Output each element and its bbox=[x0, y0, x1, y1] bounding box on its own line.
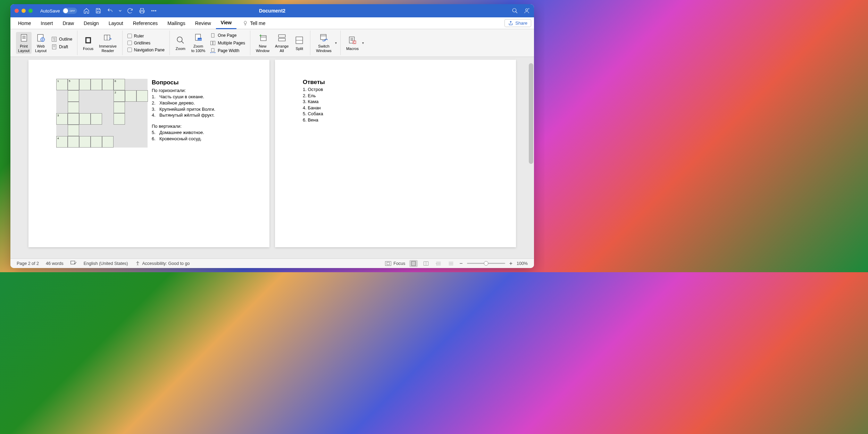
checkbox-icon bbox=[127, 48, 132, 52]
outline-button[interactable]: Outline bbox=[50, 36, 74, 43]
crossword-cell: 3 bbox=[56, 113, 68, 125]
arrange-all-button[interactable]: Arrange All bbox=[273, 32, 291, 54]
split-button[interactable]: Split bbox=[292, 34, 307, 52]
home-icon[interactable] bbox=[83, 8, 90, 14]
fullscreen-window[interactable] bbox=[28, 9, 33, 13]
quick-access bbox=[83, 8, 157, 14]
answer-item: 2. Ель bbox=[303, 93, 488, 99]
page-width-label: Page Width bbox=[218, 48, 239, 53]
toggle-knob bbox=[63, 8, 68, 13]
focus-mode[interactable]: Focus bbox=[385, 261, 405, 266]
crossword-cell bbox=[136, 90, 148, 102]
tab-mailings[interactable]: Mailings bbox=[162, 17, 190, 29]
zoom-button[interactable]: Zoom bbox=[173, 34, 188, 52]
switch-windows-icon bbox=[319, 33, 329, 43]
vertical-scrollbar[interactable] bbox=[529, 63, 533, 164]
titlebar-right bbox=[512, 8, 530, 14]
multi-page-button[interactable]: Multiple Pages bbox=[209, 40, 247, 47]
draft-button[interactable]: Draft bbox=[50, 43, 74, 50]
outline-icon bbox=[51, 36, 57, 42]
focus-button[interactable]: Focus bbox=[81, 34, 95, 52]
web-layout-view[interactable] bbox=[434, 260, 443, 267]
search-icon[interactable] bbox=[512, 8, 518, 14]
word-count[interactable]: 46 words bbox=[46, 261, 64, 266]
tell-me[interactable]: Tell me bbox=[238, 17, 270, 29]
share-label: Share bbox=[515, 20, 527, 26]
arrange-all-icon bbox=[277, 33, 287, 43]
autosave-state: OFF bbox=[69, 9, 75, 12]
page-width-button[interactable]: Page Width bbox=[209, 47, 247, 54]
svg-text:100: 100 bbox=[198, 39, 201, 41]
crossword-cell bbox=[102, 136, 114, 148]
save-icon[interactable] bbox=[95, 8, 101, 14]
gridlines-check[interactable]: Gridlines bbox=[126, 40, 166, 46]
split-label: Split bbox=[296, 47, 303, 51]
close-window[interactable] bbox=[15, 9, 19, 13]
across-heading: По горизонтали: bbox=[152, 87, 215, 94]
ruler-check[interactable]: Ruler bbox=[126, 33, 166, 39]
new-window-button[interactable]: New Window bbox=[254, 32, 272, 54]
web-layout-button[interactable]: Web Layout bbox=[33, 32, 49, 54]
answer-item: 6. Вена bbox=[303, 117, 488, 123]
redo-icon[interactable] bbox=[127, 8, 133, 14]
focus-icon bbox=[83, 35, 93, 45]
spellcheck-icon[interactable] bbox=[70, 260, 77, 266]
tab-references[interactable]: References bbox=[128, 17, 163, 29]
accessibility-status[interactable]: Accessibility: Good to go bbox=[135, 261, 190, 266]
macros-button[interactable]: Macros bbox=[344, 34, 361, 52]
svg-rect-45 bbox=[412, 261, 416, 266]
switch-windows-button[interactable]: Switch Windows bbox=[314, 32, 334, 54]
macros-label: Macros bbox=[346, 47, 359, 51]
minimize-window[interactable] bbox=[22, 9, 26, 13]
one-page-label: One Page bbox=[218, 33, 236, 38]
one-page-button[interactable]: One Page bbox=[209, 32, 247, 39]
immersive-reader-button[interactable]: Immersive Reader bbox=[97, 32, 119, 54]
zoom-100-label: Zoom to 100% bbox=[191, 44, 205, 53]
undo-icon[interactable] bbox=[107, 8, 113, 14]
read-mode-view[interactable] bbox=[422, 260, 430, 267]
tab-insert[interactable]: Insert bbox=[36, 17, 58, 29]
tab-home[interactable]: Home bbox=[13, 17, 36, 29]
tab-draw[interactable]: Draw bbox=[58, 17, 79, 29]
clue-down: 5.Домашнее животное. bbox=[152, 130, 215, 136]
arrange-all-label: Arrange All bbox=[275, 44, 289, 53]
tab-design[interactable]: Design bbox=[79, 17, 104, 29]
answer-item: 5. Собака bbox=[303, 111, 488, 117]
zoom-in[interactable]: + bbox=[509, 260, 512, 267]
gridlines-label: Gridlines bbox=[134, 41, 150, 45]
navpane-check[interactable]: Navigation Pane bbox=[126, 47, 166, 53]
account-icon[interactable] bbox=[524, 8, 530, 14]
print-layout-button[interactable]: Print Layout bbox=[16, 32, 32, 54]
chevron-down-icon[interactable]: ▾ bbox=[362, 41, 364, 45]
page-indicator[interactable]: Page 2 of 2 bbox=[17, 261, 39, 266]
one-page-icon bbox=[210, 33, 216, 38]
tab-layout[interactable]: Layout bbox=[104, 17, 128, 29]
page-width-icon bbox=[210, 48, 216, 53]
svg-rect-27 bbox=[211, 48, 214, 52]
tab-view[interactable]: View bbox=[216, 17, 237, 29]
document-canvas[interactable]: 156234 Вопросы По горизонтали: 1.Часть с… bbox=[10, 57, 534, 258]
zoom-thumb[interactable] bbox=[484, 261, 488, 266]
print-layout-view[interactable] bbox=[409, 260, 418, 267]
autosave-toggle[interactable]: OFF bbox=[62, 8, 77, 14]
more-icon[interactable] bbox=[151, 8, 157, 14]
accessibility-icon bbox=[135, 261, 140, 266]
chevron-down-icon[interactable]: ▾ bbox=[335, 41, 337, 45]
page-1: 156234 Вопросы По горизонтали: 1.Часть с… bbox=[28, 60, 269, 247]
share-button[interactable]: Share bbox=[504, 19, 531, 27]
zoom-slider[interactable] bbox=[467, 263, 505, 264]
svg-rect-34 bbox=[320, 34, 326, 40]
multi-page-label: Multiple Pages bbox=[218, 41, 245, 45]
ribbon: Print Layout Web Layout Outline Draft bbox=[10, 29, 534, 57]
zoom-out[interactable]: − bbox=[459, 260, 462, 267]
print-layout-label: Print Layout bbox=[18, 44, 30, 53]
crossword-cell bbox=[68, 125, 79, 136]
outline-view[interactable] bbox=[447, 260, 455, 267]
print-icon[interactable] bbox=[139, 8, 145, 14]
zoom-level[interactable]: 100% bbox=[517, 261, 528, 266]
undo-dropdown-icon[interactable] bbox=[119, 8, 122, 14]
tab-review[interactable]: Review bbox=[190, 17, 216, 29]
zoom-100-button[interactable]: 100 Zoom to 100% bbox=[189, 32, 207, 54]
answer-item: 1. Остров bbox=[303, 86, 488, 93]
language-indicator[interactable]: English (United States) bbox=[84, 261, 128, 266]
